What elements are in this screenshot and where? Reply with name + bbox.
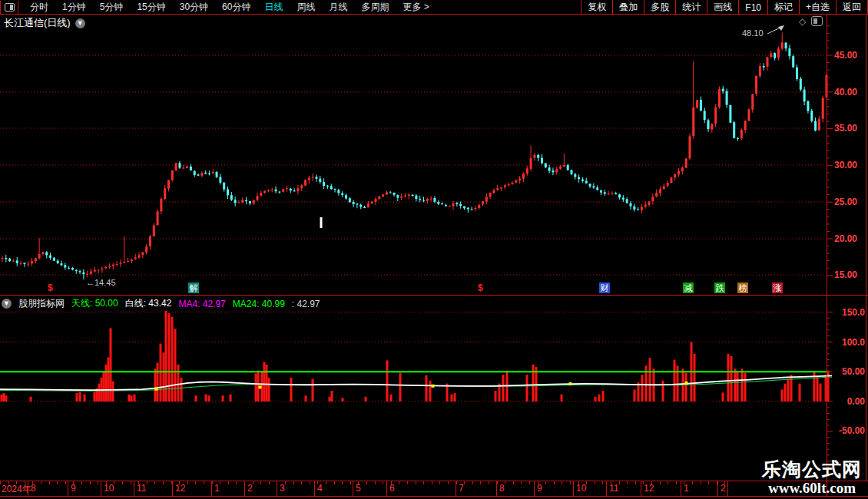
toolbar-button-+自选[interactable]: +自选 <box>799 0 836 14</box>
month-separator <box>717 481 718 496</box>
month-separator <box>172 481 173 496</box>
toolbar-button-返回[interactable]: 返回 <box>836 0 868 14</box>
month-label: 3 <box>280 483 285 494</box>
month-label: 9 <box>537 483 542 494</box>
menu-item-30分钟[interactable]: 30分钟 <box>173 1 215 14</box>
chart-corner-icons: ◇ <box>799 16 823 26</box>
month-label: 12 <box>644 483 654 494</box>
legend-item: 天线: 50.00 <box>71 297 118 310</box>
watermark-url: www.60lt.com <box>762 481 862 495</box>
event-badge-榜[interactable]: 榜 <box>737 283 748 293</box>
ex-rights-marker[interactable]: $ <box>478 283 483 293</box>
event-badge-财[interactable]: 财 <box>599 283 610 293</box>
menu-item-多周期[interactable]: 多周期 <box>354 1 396 14</box>
event-badge-解[interactable]: 解 <box>188 283 199 293</box>
indicator-tick-label: 50.00 <box>834 366 865 377</box>
month-separator <box>314 481 315 496</box>
indicator-tick-label: 150.0 <box>834 307 865 318</box>
legend-item: MA24: 40.99 <box>233 299 285 309</box>
event-badge-涨[interactable]: 涨 <box>772 283 783 293</box>
toolbar-button-叠加[interactable]: 叠加 <box>612 0 644 14</box>
period-menu: 分时1分钟5分钟15分钟30分钟60分钟日线周线月线多周期更多 > <box>23 1 436 14</box>
legend-item: : 42.97 <box>292 299 320 309</box>
event-badge-跌[interactable]: 跌 <box>714 283 725 293</box>
date-axis: 2024年 8910111212345678910111212 <box>0 481 751 496</box>
indicator-layer <box>0 311 832 402</box>
menu-item-分时[interactable]: 分时 <box>23 1 55 14</box>
indicator-source-label: 股朋指标网 <box>18 297 65 310</box>
month-separator <box>573 481 574 496</box>
menu-item-周线[interactable]: 周线 <box>290 1 322 14</box>
chart-title-row: 长江通信(日线) ▼ <box>4 16 85 30</box>
indicator-tick-label: 0.00 <box>834 396 865 407</box>
price-tick-label: 20.00 <box>834 233 868 244</box>
high-price-annotation: 48.10 <box>742 28 764 38</box>
month-label: 10 <box>104 483 114 494</box>
month-separator <box>534 481 535 496</box>
month-separator <box>353 481 353 496</box>
legend-item: MA4: 42.97 <box>178 299 225 309</box>
year-label: 2024年 <box>2 483 31 496</box>
month-separator <box>606 481 607 496</box>
price-tick-label: 25.00 <box>834 197 868 207</box>
month-label: 2 <box>247 483 253 494</box>
diamond-icon[interactable]: ◇ <box>799 17 806 26</box>
month-separator <box>496 481 497 496</box>
month-separator <box>211 481 212 496</box>
month-separator <box>641 481 641 496</box>
toolbar-button-F10[interactable]: F10 <box>738 0 767 14</box>
menu-item-更多 >[interactable]: 更多 > <box>396 1 436 14</box>
month-label: 2 <box>721 483 726 494</box>
month-label: 9 <box>71 483 76 494</box>
menu-item-日线[interactable]: 日线 <box>257 1 290 14</box>
month-separator <box>277 481 277 496</box>
menu-item-5分钟[interactable]: 5分钟 <box>93 1 131 14</box>
chevron-down-icon[interactable]: ▼ <box>2 299 12 309</box>
price-tick-label: 15.00 <box>834 269 868 280</box>
indicator-tick-label: -50.00 <box>834 425 865 436</box>
month-separator <box>134 481 134 496</box>
menu-item-月线[interactable]: 月线 <box>322 1 354 14</box>
month-label: 8 <box>31 483 36 494</box>
menu-item-1分钟[interactable]: 1分钟 <box>55 1 93 14</box>
month-label: 11 <box>137 483 146 494</box>
month-label: 1 <box>684 483 689 494</box>
watermark-site-name: 乐淘公式网 <box>762 459 862 481</box>
month-separator <box>68 481 68 496</box>
toolbar-button-标记[interactable]: 标记 <box>767 0 799 14</box>
month-label: 8 <box>499 483 505 494</box>
chart-canvas[interactable] <box>0 0 868 499</box>
indicator-legend-row: ▼ 股朋指标网 天线: 50.00白线: 43.42MA4: 42.97MA24… <box>2 297 320 310</box>
month-separator <box>456 481 456 496</box>
split-page-icon[interactable] <box>811 16 823 26</box>
month-label: 7 <box>459 483 464 494</box>
price-gridlines <box>0 55 827 402</box>
candles-layer <box>2 32 828 279</box>
event-badge-减[interactable]: 减 <box>683 283 694 293</box>
menu-item-15分钟[interactable]: 15分钟 <box>130 1 172 14</box>
toolbar-button-多股[interactable]: 多股 <box>644 0 675 14</box>
month-label: 12 <box>175 483 185 494</box>
toolbar-button-统计[interactable]: 统计 <box>675 0 707 14</box>
month-separator <box>386 481 387 496</box>
page-title: 长江通信(日线) <box>4 16 71 30</box>
month-label: 4 <box>317 483 323 494</box>
menu-item-60分钟[interactable]: 60分钟 <box>215 1 257 14</box>
toolbar-buttons: 复权叠加多股统计画线F10标记+自选返回 <box>581 0 868 14</box>
month-separator <box>727 481 728 496</box>
toolbar-button-画线[interactable]: 画线 <box>707 0 738 14</box>
month-separator <box>681 481 681 496</box>
panel-toggle-icon[interactable] <box>0 1 18 14</box>
price-tick-label: 45.00 <box>834 50 868 61</box>
top-toolbar: 分时1分钟5分钟15分钟30分钟60分钟日线周线月线多周期更多 > 复权叠加多股… <box>0 0 868 15</box>
price-tick-label: 30.00 <box>834 160 868 170</box>
chevron-down-icon[interactable]: ▼ <box>75 18 85 28</box>
annotation-arrow <box>767 25 784 34</box>
app-window: 分时1分钟5分钟15分钟30分钟60分钟日线周线月线多周期更多 > 复权叠加多股… <box>0 0 868 499</box>
month-separator <box>244 481 245 496</box>
toolbar-button-复权[interactable]: 复权 <box>581 0 612 14</box>
month-label: 6 <box>389 483 395 494</box>
legend-item: 白线: 43.42 <box>125 297 172 310</box>
month-separator <box>28 481 28 496</box>
ex-rights-marker[interactable]: $ <box>48 283 53 293</box>
